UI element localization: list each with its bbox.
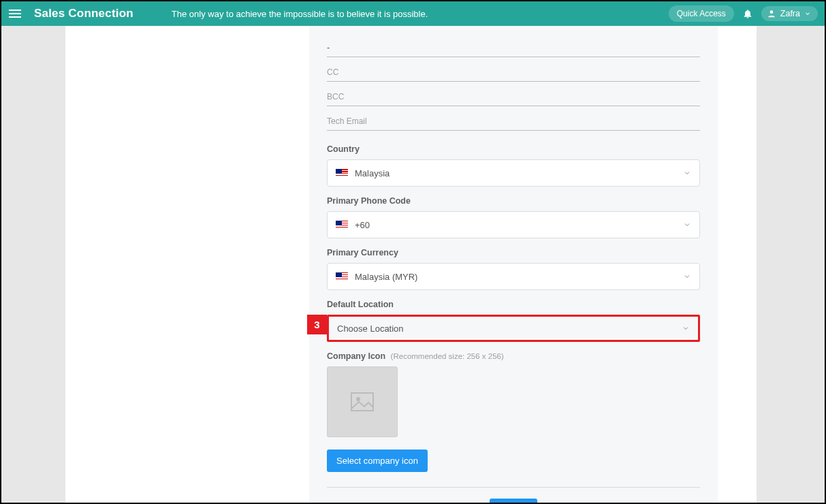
divider bbox=[327, 487, 700, 488]
bcc-field[interactable] bbox=[327, 86, 700, 106]
select-company-icon-button[interactable]: Select company icon bbox=[327, 450, 428, 472]
svg-point-2 bbox=[356, 397, 360, 401]
page-background: Country Malaysia Primary Phone Code +60 … bbox=[1, 26, 825, 503]
step-badge: 3 bbox=[307, 315, 327, 334]
tech-email-field[interactable] bbox=[327, 110, 700, 131]
country-select[interactable]: Malaysia bbox=[327, 159, 700, 187]
chevron-down-icon bbox=[682, 324, 690, 332]
currency-value: Malaysia (MYR) bbox=[355, 272, 417, 282]
topbar: Sales Connection The only way to achieve… bbox=[1, 1, 825, 26]
chevron-down-icon bbox=[683, 169, 691, 177]
default-location-select[interactable]: Choose Location bbox=[327, 315, 700, 342]
company-icon-label-text: Company Icon bbox=[327, 351, 385, 361]
phone-code-label: Primary Phone Code bbox=[327, 196, 700, 206]
avatar-icon bbox=[767, 9, 776, 18]
form-card: Country Malaysia Primary Phone Code +60 … bbox=[309, 26, 718, 503]
chevron-down-icon bbox=[683, 221, 691, 229]
country-value: Malaysia bbox=[355, 168, 390, 178]
user-name: Zafra bbox=[780, 9, 800, 18]
flag-icon bbox=[336, 169, 348, 177]
quick-access-button[interactable]: Quick Access bbox=[669, 5, 734, 22]
chevron-down-icon bbox=[683, 272, 691, 281]
default-location-placeholder: Choose Location bbox=[337, 324, 404, 334]
flag-icon bbox=[336, 221, 348, 229]
company-icon-label: Company Icon (Recommended size: 256 x 25… bbox=[327, 351, 700, 361]
app-title: Sales Connection bbox=[34, 7, 133, 20]
phone-code-select[interactable]: +60 bbox=[327, 211, 700, 238]
tagline: The only way to achieve the impossible i… bbox=[172, 9, 428, 19]
country-label: Country bbox=[327, 144, 700, 154]
user-menu[interactable]: Zafra bbox=[761, 6, 818, 21]
svg-rect-1 bbox=[351, 393, 373, 411]
currency-label: Primary Currency bbox=[327, 248, 700, 257]
svg-point-0 bbox=[769, 10, 773, 14]
cc-field[interactable] bbox=[327, 61, 700, 82]
company-icon-preview bbox=[327, 366, 398, 437]
content-panel: Country Malaysia Primary Phone Code +60 … bbox=[65, 26, 757, 503]
chevron-down-icon bbox=[804, 10, 811, 17]
phone-code-value: +60 bbox=[355, 220, 370, 230]
menu-icon[interactable] bbox=[5, 4, 25, 23]
company-icon-hint: (Recommended size: 256 x 256) bbox=[391, 352, 504, 360]
flag-icon bbox=[336, 272, 348, 281]
currency-select[interactable]: Malaysia (MYR) bbox=[327, 263, 700, 290]
save-button[interactable]: SAVE bbox=[490, 499, 537, 504]
bell-icon[interactable] bbox=[742, 8, 753, 19]
dash-field[interactable] bbox=[327, 37, 700, 57]
image-placeholder-icon bbox=[351, 392, 374, 411]
default-location-label: Default Location bbox=[327, 300, 700, 309]
